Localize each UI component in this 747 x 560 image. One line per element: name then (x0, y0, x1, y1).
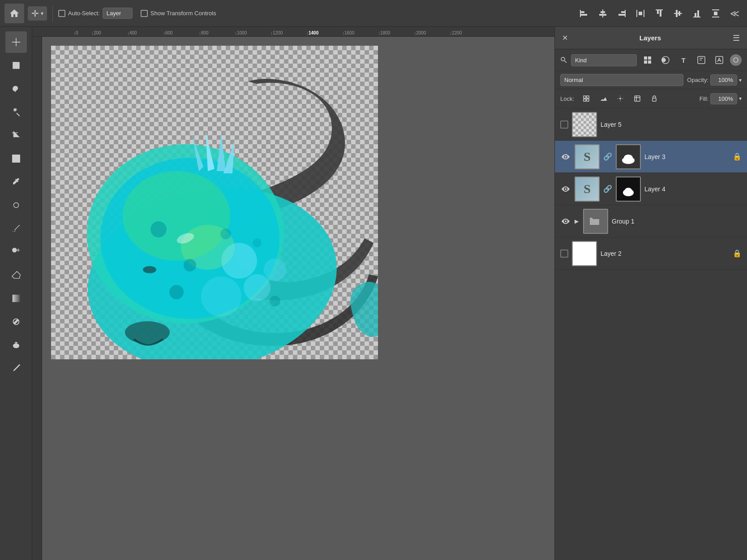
panel-header: ✕ Layers ☰ (555, 27, 747, 49)
move-tool-button[interactable]: ✛ ▾ (28, 6, 47, 21)
svg-point-38 (264, 258, 286, 281)
move-icon: ✛ (31, 8, 39, 19)
pen-tool[interactable] (5, 358, 27, 379)
layer-item-layer5[interactable]: Layer 5 (555, 108, 747, 141)
svg-rect-13 (657, 10, 659, 14)
svg-rect-2 (581, 14, 587, 16)
eyedropper-tool[interactable] (5, 171, 27, 193)
filter-type-button[interactable]: T (676, 53, 691, 67)
dodge-tool[interactable] (5, 334, 27, 356)
clone-stamp-tool[interactable] (5, 241, 27, 263)
toolbar-divider-1 (52, 5, 53, 22)
canvas-and-ruler (32, 37, 554, 560)
crop-tool[interactable] (5, 125, 27, 146)
distribute-v-button[interactable] (708, 5, 724, 22)
svg-rect-16 (676, 10, 678, 17)
panel-close-button[interactable]: ✕ (562, 34, 568, 42)
layer4-chain-icon: 🔗 (603, 185, 612, 193)
opacity-dropdown-arrow[interactable]: ▾ (739, 77, 742, 83)
filter-toggle-circle[interactable] (730, 54, 742, 66)
align-left-edges-button[interactable] (576, 5, 592, 22)
layer3-mask-thumbnail (616, 144, 641, 169)
lock-label: Lock: (560, 95, 574, 102)
lasso-tool[interactable] (5, 78, 27, 99)
lock-all-button[interactable] (648, 92, 661, 105)
lock-artboard-button[interactable] (631, 92, 644, 105)
heal-brush-tool[interactable] (5, 194, 27, 216)
svg-point-43 (253, 238, 262, 247)
svg-point-37 (244, 274, 270, 301)
show-transform-checkbox[interactable] (141, 10, 148, 17)
svg-rect-5 (599, 14, 606, 16)
frame-tool[interactable] (5, 148, 27, 169)
layer-item-layer4[interactable]: S 🔗 Layer 4 (555, 173, 747, 205)
fill-value[interactable]: 100% (710, 93, 737, 104)
svg-point-47 (143, 266, 156, 273)
group1-expand-arrow[interactable]: ▶ (575, 218, 579, 224)
layer-list[interactable]: Layer 5 S 🔗 Layer 3 🔒 S (555, 108, 747, 560)
svg-point-59 (734, 58, 738, 62)
layer-item-layer2[interactable]: Layer 2 🔒 (555, 237, 747, 270)
layer3-visibility-button[interactable] (560, 151, 571, 162)
blend-mode-select[interactable]: Normal (560, 74, 683, 86)
ruler-mark-200: 200 (92, 32, 128, 35)
marquee-tool[interactable] (5, 55, 27, 76)
auto-select-checkbox[interactable] (58, 10, 65, 17)
brush-tool[interactable] (5, 218, 27, 239)
group1-visibility-button[interactable] (560, 216, 571, 227)
svg-rect-0 (580, 10, 581, 17)
svg-line-50 (565, 61, 567, 63)
layer4-name: Layer 4 (644, 185, 742, 193)
layers-panel: ✕ Layers ☰ Kind T (554, 27, 747, 560)
lock-transparent-button[interactable] (580, 92, 593, 105)
ruler-mark-800: 800 (200, 32, 236, 35)
align-centers-v-button[interactable] (670, 5, 686, 22)
align-icons-group: ≪ (576, 5, 743, 22)
collapse-button[interactable]: ≪ (726, 5, 743, 22)
filter-adjustment-button[interactable] (658, 53, 673, 67)
svg-rect-1 (581, 11, 584, 13)
show-transform-label: Show Transform Controls (150, 10, 216, 17)
canvas-area[interactable] (42, 37, 554, 560)
fill-dropdown-arrow[interactable]: ▾ (739, 95, 742, 102)
auto-select-dropdown[interactable]: Layer (103, 8, 133, 19)
layer2-visibility-checkbox[interactable] (560, 250, 568, 258)
svg-rect-53 (644, 60, 647, 64)
home-button[interactable] (4, 4, 24, 23)
layer2-thumbnail (572, 241, 597, 266)
layer-item-group1[interactable]: ▶ Group 1 (555, 205, 747, 237)
top-toolbar: ✛ ▾ Auto-Select: Layer Show Transform Co… (0, 0, 747, 27)
filter-smart-button[interactable] (712, 53, 726, 67)
eraser-tool[interactable] (5, 264, 27, 286)
panel-menu-button[interactable]: ☰ (733, 33, 740, 43)
align-centers-h-button[interactable] (595, 5, 611, 22)
lock-image-button[interactable] (597, 92, 610, 105)
kind-filter-select[interactable]: Kind (571, 54, 637, 66)
gradient-tool[interactable] (5, 288, 27, 309)
svg-rect-8 (618, 14, 625, 16)
magic-wand-tool[interactable] (5, 101, 27, 123)
blur-tool[interactable] (5, 311, 27, 332)
svg-rect-10 (644, 10, 644, 17)
layer-item-layer3[interactable]: S 🔗 Layer 3 🔒 (555, 141, 747, 173)
svg-point-40 (150, 221, 167, 237)
move-dropdown-arrow: ▾ (41, 10, 43, 17)
svg-rect-15 (674, 13, 682, 14)
filter-shape-button[interactable] (694, 53, 708, 67)
svg-rect-63 (587, 99, 589, 101)
lock-move-button[interactable] (614, 92, 627, 105)
align-right-edges-button[interactable] (614, 5, 630, 22)
layer5-visibility-checkbox[interactable] (560, 121, 568, 129)
align-bottom-edges-button[interactable] (689, 5, 705, 22)
svg-point-28 (12, 248, 16, 252)
svg-point-44 (169, 285, 184, 299)
layer2-lock-icon: 🔒 (733, 249, 742, 258)
filter-pixel-button[interactable] (640, 53, 655, 67)
layer4-visibility-button[interactable] (560, 184, 571, 194)
svg-rect-3 (602, 9, 603, 17)
align-distribute-h-button[interactable] (632, 5, 648, 22)
group1-thumbnail (583, 209, 608, 234)
opacity-value[interactable]: 100% (710, 74, 737, 86)
align-top-edges-button[interactable] (651, 5, 667, 22)
move-tool-left[interactable] (5, 31, 27, 53)
